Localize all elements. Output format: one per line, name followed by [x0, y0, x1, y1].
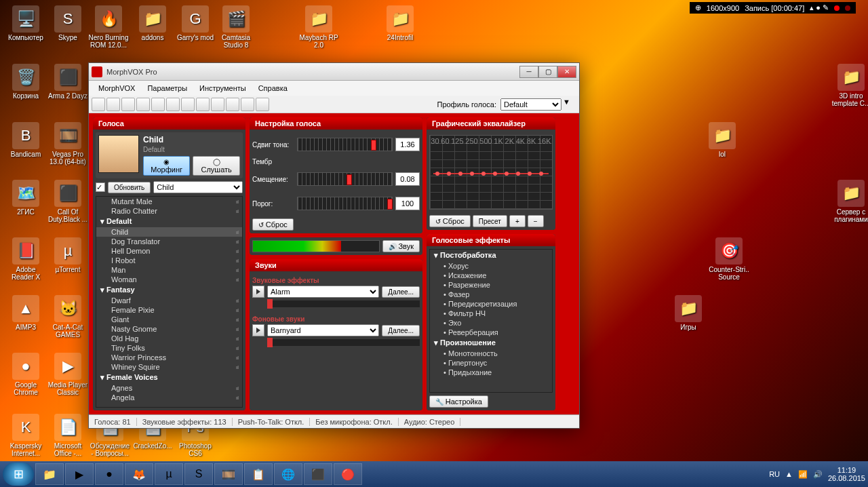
- menu-item[interactable]: Параметры: [142, 83, 193, 94]
- taskbar-item[interactable]: ▶: [65, 463, 94, 485]
- sfx-select[interactable]: Alarm: [267, 286, 379, 298]
- voice-item[interactable]: Hell Demonııl: [96, 246, 242, 256]
- taskbar-item[interactable]: 🌐: [274, 463, 302, 485]
- fx-item[interactable]: • Фильтр НЧ: [430, 309, 552, 318]
- filter-icon[interactable]: ▼: [563, 98, 576, 111]
- taskbar-item[interactable]: ●: [95, 463, 123, 485]
- taskbar-item[interactable]: 🔴: [334, 463, 362, 485]
- sfx-volume-slider[interactable]: [267, 300, 420, 307]
- bg-more-button[interactable]: Далее...: [382, 325, 420, 336]
- fx-item[interactable]: • Реверберация: [430, 328, 552, 337]
- voice-item[interactable]: Whiney Squireııl: [96, 362, 242, 372]
- tool-6[interactable]: [166, 98, 180, 111]
- desktop-icon[interactable]: ⬛Arma 2 Dayz: [47, 64, 88, 100]
- close-button[interactable]: ✕: [557, 66, 576, 78]
- taskbar-item[interactable]: 🦊: [125, 463, 153, 485]
- tool-10[interactable]: [226, 98, 239, 111]
- desktop-icon[interactable]: 📁24Introfil: [380, 5, 420, 41]
- desktop-icon[interactable]: GGarry's mod: [175, 5, 216, 41]
- voice-item[interactable]: Dog Translatorııl: [96, 237, 242, 246]
- voice-item[interactable]: Angelaııl: [96, 393, 242, 402]
- sfx-more-button[interactable]: Далее...: [382, 286, 420, 298]
- titlebar[interactable]: MorphVOX Pro ─ ▢ ✕: [89, 63, 579, 81]
- profile-select[interactable]: Default: [500, 98, 561, 111]
- voice-category[interactable]: ▾ Fantasy: [96, 284, 242, 296]
- tool-9[interactable]: [211, 98, 224, 111]
- tray-lang[interactable]: RU: [769, 470, 780, 478]
- bg-volume-slider[interactable]: [267, 339, 420, 346]
- desktop-icon[interactable]: 📁lol: [702, 122, 743, 158]
- maximize-button[interactable]: ▢: [538, 66, 557, 78]
- fx-item[interactable]: • Хорус: [430, 261, 552, 271]
- eq-minus-button[interactable]: −: [528, 215, 544, 227]
- tool-5[interactable]: [151, 98, 165, 111]
- voice-item[interactable]: Female Pixieııl: [96, 305, 242, 315]
- voice-item[interactable]: Childııl: [96, 227, 242, 237]
- tool-1[interactable]: [92, 98, 105, 111]
- desktop-icon[interactable]: 🎯Counter-Stri.. Source: [709, 237, 749, 281]
- taskbar-item[interactable]: 🎞️: [214, 463, 243, 485]
- voice-category[interactable]: ▾ Female Voices: [96, 372, 242, 383]
- eq-plus-button[interactable]: +: [509, 215, 526, 227]
- taskbar-item[interactable]: 📁: [35, 463, 64, 485]
- menu-item[interactable]: MorphVOX: [93, 83, 140, 94]
- desktop-icon[interactable]: KKaspersky Internet...: [5, 414, 46, 457]
- fx-category[interactable]: ▾ Постобработка: [430, 250, 552, 261]
- desktop-icon[interactable]: 📁Сервер с плагинами: [831, 180, 868, 223]
- desktop-icon[interactable]: 📁Игры: [668, 295, 709, 331]
- taskbar-item[interactable]: S: [184, 463, 213, 485]
- desktop-icon[interactable]: 📄Microsoft Office -...: [47, 414, 88, 457]
- tool-7[interactable]: [181, 98, 195, 111]
- menu-item[interactable]: Справка: [253, 83, 293, 94]
- listen-button[interactable]: ◯ Слушать: [193, 156, 240, 176]
- desktop-icon[interactable]: 📁addons: [132, 5, 173, 41]
- desktop-icon[interactable]: 🔥Nero Burning ROM 12.0...: [88, 5, 129, 49]
- equalizer[interactable]: 30601252505001K2K4K8K16K: [429, 135, 553, 210]
- fx-item[interactable]: • Эхо: [430, 318, 552, 328]
- tray-flag-icon[interactable]: ▲: [785, 470, 793, 478]
- desktop-icon[interactable]: SSkype: [47, 5, 88, 41]
- fx-item[interactable]: • Искажение: [430, 271, 552, 280]
- thresh-slider[interactable]: [297, 197, 393, 210]
- tool-8[interactable]: [196, 98, 210, 111]
- fx-item[interactable]: • Фазер: [430, 290, 552, 299]
- voice-item[interactable]: Radio Chatterııl: [96, 206, 242, 216]
- voice-item[interactable]: Agnesııl: [96, 383, 242, 393]
- thresh-value[interactable]: 100: [395, 197, 420, 210]
- tool-help[interactable]: [256, 98, 269, 111]
- shift-value[interactable]: 0.08: [395, 172, 420, 186]
- voice-dropdown[interactable]: Child: [153, 181, 243, 193]
- eq-preset-button[interactable]: Пресет: [473, 215, 507, 227]
- refresh-button[interactable]: Обновить: [108, 182, 151, 193]
- voice-list[interactable]: Mutant MaleıılRadio Chatterııl▾ DefaultC…: [96, 196, 243, 408]
- tray-network-icon[interactable]: 📶: [798, 470, 808, 479]
- desktop-icon[interactable]: 📁3D intro template C...: [831, 64, 868, 107]
- fx-settings-button[interactable]: 🔧 Настройка: [429, 395, 488, 408]
- desktop-icon[interactable]: 📕Adobe Reader X: [5, 237, 46, 281]
- taskbar-item[interactable]: 📋: [244, 463, 273, 485]
- menu-item[interactable]: Инструменты: [194, 83, 252, 94]
- voice-item[interactable]: Nasty Gnomeııl: [96, 324, 242, 334]
- fx-item[interactable]: • Монотонность: [430, 349, 552, 358]
- voice-item[interactable]: Old Hagııl: [96, 334, 242, 343]
- tray-volume-icon[interactable]: 🔊: [813, 470, 823, 479]
- voice-item[interactable]: Mutant Maleııl: [96, 197, 242, 206]
- taskbar-item[interactable]: ⬛: [304, 463, 332, 485]
- tool-2[interactable]: [106, 98, 120, 111]
- voice-category[interactable]: ▾ Default: [96, 216, 242, 227]
- desktop-icon[interactable]: ▲AIMP3: [5, 295, 46, 331]
- tuning-reset-button[interactable]: ↺ Сброс: [252, 218, 294, 231]
- bg-play-button[interactable]: [252, 324, 264, 336]
- desktop-icon[interactable]: 🖥️Компьютер: [5, 5, 46, 41]
- fx-item[interactable]: • Гипертонус: [430, 358, 552, 368]
- fx-item[interactable]: • Придыхание: [430, 368, 552, 377]
- voice-item[interactable]: Warrior Princessııl: [96, 353, 242, 362]
- voice-item[interactable]: Womanııl: [96, 275, 242, 284]
- voice-item[interactable]: Manııl: [96, 265, 242, 275]
- minimize-button[interactable]: ─: [519, 66, 538, 78]
- voice-item[interactable]: Giantııl: [96, 315, 242, 324]
- start-button[interactable]: ⊞: [3, 463, 34, 486]
- fx-category[interactable]: ▾ Произношение: [430, 337, 552, 349]
- sfx-play-button[interactable]: [252, 286, 264, 298]
- tool-3[interactable]: [121, 98, 135, 111]
